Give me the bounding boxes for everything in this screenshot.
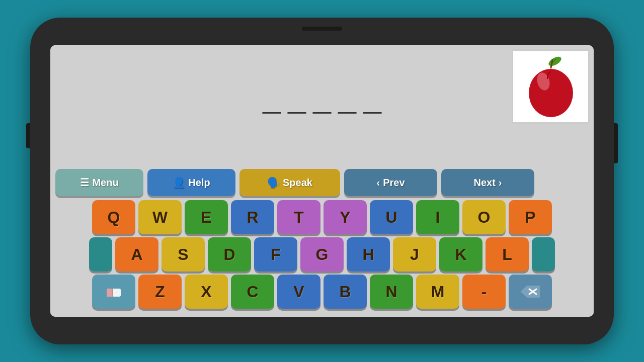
- key-U[interactable]: U: [370, 200, 413, 234]
- apple-svg: [521, 54, 581, 119]
- next-button[interactable]: Next ›: [441, 169, 534, 196]
- screen-top-area: [50, 45, 594, 165]
- svg-marker-8: [521, 286, 539, 297]
- key-N[interactable]: N: [370, 275, 413, 309]
- eraser-button[interactable]: [92, 275, 135, 309]
- key-G[interactable]: G: [300, 237, 344, 272]
- blank-3: [312, 112, 332, 114]
- apple-image: [512, 49, 590, 124]
- help-label: Help: [188, 177, 210, 189]
- key-E[interactable]: E: [185, 200, 228, 234]
- key-left-bracket: [89, 237, 112, 272]
- key-X[interactable]: X: [185, 275, 228, 309]
- blank-2: [287, 112, 306, 114]
- svg-rect-7: [112, 289, 113, 297]
- help-icon: 👤: [173, 176, 185, 189]
- blank-1: [262, 112, 281, 114]
- key-dash[interactable]: -: [462, 275, 506, 309]
- key-H[interactable]: H: [347, 237, 390, 272]
- key-V[interactable]: V: [277, 275, 320, 309]
- next-arrow-icon: ›: [499, 177, 502, 189]
- key-L[interactable]: L: [486, 237, 529, 272]
- key-W[interactable]: W: [138, 200, 182, 234]
- key-F[interactable]: F: [254, 237, 297, 272]
- side-button-left: [26, 123, 30, 148]
- key-P[interactable]: P: [509, 200, 552, 234]
- key-K[interactable]: K: [439, 237, 482, 272]
- key-T[interactable]: T: [277, 200, 320, 234]
- key-B[interactable]: B: [324, 275, 367, 309]
- key-Y[interactable]: Y: [324, 200, 367, 234]
- phone-device: ☰ Menu 👤 Help 🗣️ Speak ‹ Prev Next ›: [30, 18, 614, 344]
- phone-screen: ☰ Menu 👤 Help 🗣️ Speak ‹ Prev Next ›: [50, 45, 594, 317]
- svg-point-3: [529, 69, 573, 117]
- speak-button[interactable]: 🗣️ Speak: [239, 169, 340, 196]
- key-O[interactable]: O: [462, 200, 506, 234]
- blank-5: [363, 112, 382, 114]
- help-button[interactable]: 👤 Help: [147, 169, 235, 196]
- menu-label: Menu: [92, 177, 118, 189]
- side-button-right: [614, 123, 618, 163]
- word-blanks: [262, 112, 382, 114]
- nav-row: ☰ Menu 👤 Help 🗣️ Speak ‹ Prev Next ›: [55, 169, 589, 196]
- blank-4: [338, 112, 357, 114]
- prev-label: Prev: [383, 177, 405, 189]
- backspace-button[interactable]: [509, 275, 552, 309]
- keyboard-row-1: Q W E R T Y U I O P: [55, 200, 589, 234]
- backspace-icon: [520, 284, 540, 299]
- menu-button[interactable]: ☰ Menu: [55, 169, 143, 196]
- eraser-icon: [105, 283, 123, 301]
- key-J[interactable]: J: [393, 237, 436, 272]
- key-C[interactable]: C: [231, 275, 274, 309]
- keyboard-row-2: A S D F G H J K L: [55, 237, 589, 272]
- key-R[interactable]: R: [231, 200, 274, 234]
- prev-button[interactable]: ‹ Prev: [344, 169, 437, 196]
- keyboard-row-3: Z X C V B N M -: [55, 275, 589, 309]
- svg-point-0: [547, 55, 562, 68]
- menu-icon: ☰: [80, 176, 89, 189]
- speak-icon: 🗣️: [267, 176, 280, 189]
- top-notch: [302, 27, 342, 31]
- key-M[interactable]: M: [416, 275, 459, 309]
- keyboard-area: ☰ Menu 👤 Help 🗣️ Speak ‹ Prev Next ›: [50, 165, 594, 317]
- key-right-bracket: [532, 237, 555, 272]
- next-label: Next: [473, 177, 495, 189]
- key-D[interactable]: D: [208, 237, 251, 272]
- speak-label: Speak: [283, 177, 312, 189]
- key-I[interactable]: I: [416, 200, 459, 234]
- prev-arrow-icon: ‹: [376, 177, 380, 189]
- key-S[interactable]: S: [162, 237, 205, 272]
- key-Z[interactable]: Z: [138, 275, 182, 309]
- key-Q[interactable]: Q: [92, 200, 135, 234]
- key-A[interactable]: A: [115, 237, 158, 272]
